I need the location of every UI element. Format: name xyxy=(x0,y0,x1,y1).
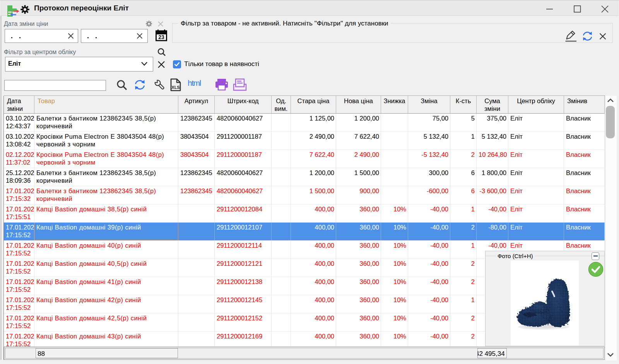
svg-text:23: 23 xyxy=(158,34,164,40)
svg-text:XLS: XLS xyxy=(171,85,180,90)
